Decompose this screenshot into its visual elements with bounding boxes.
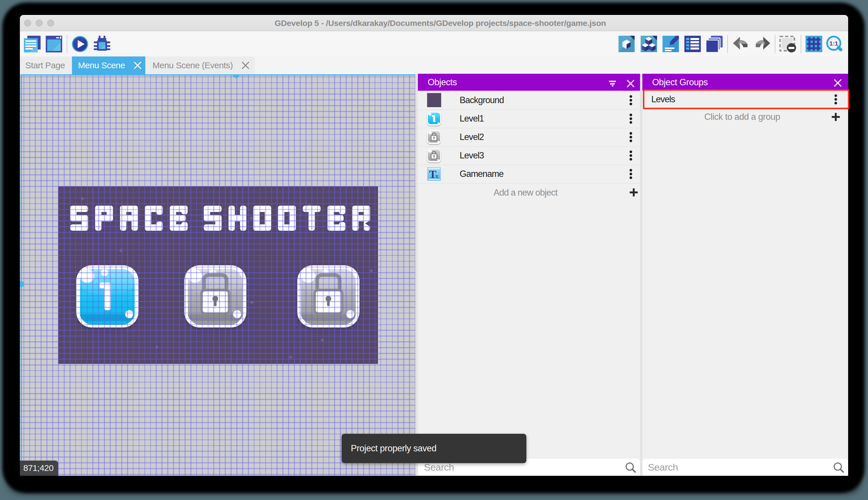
svg-text:1:1: 1:1 [830,40,838,47]
